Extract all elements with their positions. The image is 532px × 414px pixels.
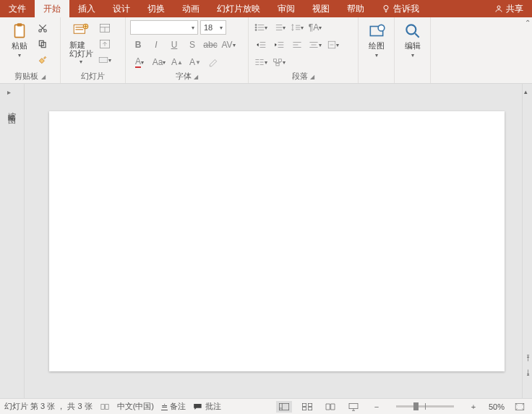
cut-button[interactable] — [36, 22, 49, 35]
section-icon — [98, 55, 108, 65]
change-case-button[interactable]: Aa▾ — [151, 55, 167, 69]
thumbnail-pane-collapsed[interactable]: ▸ 缩略图 — [0, 84, 25, 398]
align-more-button[interactable]: ▾ — [307, 38, 323, 52]
italic-button[interactable]: I — [148, 38, 164, 52]
tab-insert[interactable]: 插入 — [69, 0, 104, 17]
notes-button[interactable]: ≐ 备注 — [161, 401, 186, 412]
tab-slideshow[interactable]: 幻灯片放映 — [208, 0, 269, 17]
notes-label: 备注 — [170, 401, 186, 412]
svg-rect-27 — [308, 407, 312, 410]
shapes-icon — [367, 22, 386, 40]
share-button[interactable]: 共享 — [486, 0, 532, 17]
svg-point-15 — [255, 29, 257, 30]
slideshow-view-button[interactable] — [346, 401, 361, 413]
svg-rect-26 — [302, 407, 306, 410]
zoom-thumb[interactable] — [413, 402, 419, 410]
paste-button[interactable]: 粘贴 ▾ — [4, 20, 35, 59]
shrink-font-button[interactable]: A▼ — [187, 55, 203, 69]
chevron-down-icon: ▾ — [18, 52, 21, 59]
strike-button[interactable]: abc — [202, 38, 218, 52]
decrease-indent-button[interactable] — [253, 38, 269, 52]
tab-view[interactable]: 视图 — [304, 0, 338, 17]
columns-button[interactable]: ▾ — [253, 55, 269, 69]
grow-font-button[interactable]: A▲ — [169, 55, 185, 69]
tab-file[interactable]: 文件 — [0, 0, 35, 17]
zoom-in-button[interactable]: + — [466, 401, 481, 413]
text-direction-button[interactable]: ¶A▾ — [307, 20, 323, 35]
new-slide-icon — [72, 22, 90, 40]
zoom-slider[interactable] — [396, 405, 454, 407]
numbering-button[interactable]: ▾ — [271, 20, 287, 35]
line-spacing-button[interactable]: ▾ — [289, 20, 305, 35]
smartart-button[interactable]: ▾ — [271, 55, 287, 69]
menu-tab-bar: 文件 开始 插入 设计 切换 动画 幻灯片放映 审阅 视图 帮助 告诉我 共享 — [0, 0, 532, 17]
align-icon — [309, 40, 319, 49]
svg-rect-17 — [273, 59, 276, 62]
font-color-button[interactable]: A▾ — [130, 55, 149, 69]
font-family-select[interactable]: ▾ — [130, 20, 198, 35]
group-clipboard: 粘贴 ▾ 剪贴板 ◢ — [0, 17, 61, 83]
vertical-align-button[interactable]: ▾ — [325, 38, 341, 52]
search-icon — [403, 22, 422, 40]
copy-icon — [38, 39, 48, 49]
svg-rect-19 — [276, 63, 279, 66]
reading-view-button[interactable] — [322, 401, 338, 413]
group-clipboard-label: 剪贴板 ◢ — [0, 70, 60, 83]
sorter-view-button[interactable] — [299, 401, 315, 413]
slide-layout-button[interactable] — [98, 22, 111, 35]
reset-slide-button[interactable] — [98, 38, 111, 51]
next-slide-icon[interactable]: ⭳ — [525, 368, 532, 376]
svg-rect-24 — [302, 403, 306, 406]
align-left-icon — [292, 40, 302, 49]
svg-rect-18 — [278, 59, 281, 62]
tellme-button[interactable]: 告诉我 — [373, 0, 428, 17]
share-label: 共享 — [506, 3, 523, 15]
slide-canvas-area[interactable] — [25, 84, 522, 398]
chevron-right-icon[interactable]: ▸ — [7, 88, 11, 96]
prev-slide-icon[interactable]: ⭱ — [525, 354, 532, 362]
new-slide-button[interactable]: 新建 幻灯片 ▾ — [65, 20, 97, 65]
font-size-select[interactable]: 18▾ — [200, 20, 226, 35]
comments-label: 批注 — [205, 401, 221, 412]
bullets-button[interactable]: ▾ — [253, 20, 269, 35]
tab-animations[interactable]: 动画 — [173, 0, 208, 17]
group-editing-label — [395, 81, 430, 83]
slide[interactable] — [49, 111, 505, 371]
char-spacing-button[interactable]: AV▾ — [220, 38, 236, 52]
tab-review[interactable]: 审阅 — [269, 0, 304, 17]
drawing-button[interactable]: 绘图 ▾ — [363, 20, 390, 59]
zoom-level[interactable]: 50% — [489, 402, 505, 411]
tab-transitions[interactable]: 切换 — [139, 0, 173, 17]
align-left-button[interactable] — [289, 38, 305, 52]
language-button[interactable]: 中文(中国) — [117, 401, 154, 412]
collapse-ribbon-button[interactable]: ⌃ — [525, 19, 531, 27]
underline-button[interactable]: U — [166, 38, 182, 52]
zoom-midpoint — [425, 403, 426, 410]
scroll-up-icon[interactable]: ▴ — [524, 88, 528, 95]
svg-point-1 — [497, 6, 500, 9]
group-font-label: 字体 ◢ — [126, 70, 248, 83]
tab-help[interactable]: 帮助 — [338, 0, 373, 17]
copy-button[interactable] — [36, 38, 49, 51]
format-painter-button[interactable] — [36, 53, 49, 66]
svg-rect-2 — [15, 25, 25, 37]
reading-view-icon — [325, 402, 336, 411]
zoom-out-button[interactable]: − — [369, 401, 385, 413]
new-slide-label: 新建 幻灯片 — [69, 40, 93, 58]
bold-button[interactable]: B — [130, 38, 146, 52]
section-button[interactable]: ▾ — [98, 53, 111, 66]
svg-rect-23 — [279, 403, 288, 410]
normal-view-button[interactable] — [276, 401, 292, 413]
comments-button[interactable]: 批注 — [193, 401, 221, 412]
tab-home[interactable]: 开始 — [35, 0, 69, 17]
fit-window-button[interactable] — [512, 401, 528, 413]
group-slides: 新建 幻灯片 ▾ ▾ 幻灯片 — [61, 17, 126, 83]
spellcheck-button[interactable] — [100, 402, 110, 411]
shadow-button[interactable]: S — [184, 38, 200, 52]
editing-button[interactable]: 编辑 ▾ — [399, 20, 426, 59]
chevron-down-icon: ▾ — [192, 25, 194, 31]
tab-design[interactable]: 设计 — [104, 0, 139, 17]
clear-format-button[interactable] — [205, 55, 221, 69]
increase-indent-button[interactable] — [271, 38, 287, 52]
vertical-scrollbar[interactable]: ▴ ⭱ ⭳ — [522, 84, 532, 398]
